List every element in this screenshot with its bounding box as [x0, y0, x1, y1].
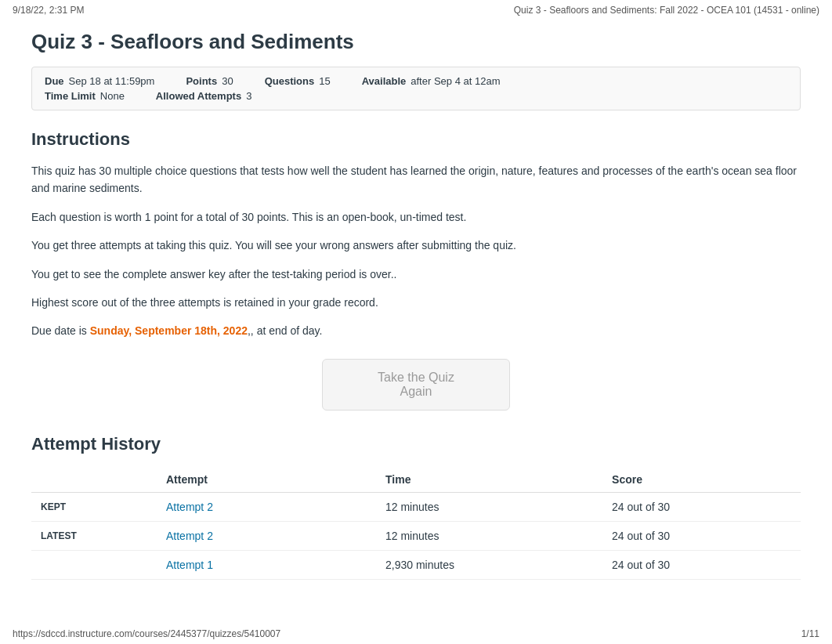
attempt-link[interactable]: Attempt 2	[166, 530, 213, 542]
attempt-score: 24 out of 30	[602, 550, 801, 579]
time-limit-label: Time Limit	[45, 90, 96, 102]
attempt-time: 12 minutes	[376, 492, 602, 521]
attempt-table: Attempt Time Score KEPTAttempt 212 minut…	[31, 467, 801, 580]
questions-label: Questions	[265, 75, 315, 87]
meta-due: Due Sep 18 at 11:59pm	[45, 75, 154, 87]
attempt-link[interactable]: Attempt 2	[166, 501, 213, 513]
meta-questions: Questions 15	[265, 75, 331, 87]
due-label: Due	[45, 75, 64, 87]
allowed-attempts-label: Allowed Attempts	[156, 90, 241, 102]
quiz-meta-row-2: Time Limit None Allowed Attempts 3	[45, 90, 787, 102]
questions-value: 15	[319, 75, 330, 87]
attempt-status: KEPT	[31, 492, 157, 521]
top-bar: 9/18/22, 2:31 PM Quiz 3 - Seafloors and …	[0, 0, 832, 20]
due-date-highlight: Sunday, September 18th, 2022	[90, 324, 248, 337]
attempt-time: 2,930 minutes	[376, 550, 602, 579]
attempt-link-cell: Attempt 1	[157, 550, 376, 579]
meta-available: Available after Sep 4 at 12am	[362, 75, 501, 87]
instructions-para-5: Highest score out of the three attempts …	[31, 294, 801, 311]
meta-points: Points 30	[186, 75, 233, 87]
page-title: Quiz 3 - Seafloors and Sediments: Fall 2…	[514, 5, 819, 16]
meta-time-limit: Time Limit None	[45, 90, 125, 102]
main-content: Quiz 3 - Seafloors and Sediments Due Sep…	[0, 20, 832, 611]
pagination: 1/11	[801, 628, 819, 639]
due-date-suffix: ,, at end of day.	[248, 324, 322, 337]
instructions-para-4: You get to see the complete answer key a…	[31, 266, 801, 283]
available-label: Available	[362, 75, 407, 87]
table-row: Attempt 12,930 minutes24 out of 30	[31, 550, 801, 579]
take-quiz-container: Take the Quiz Again	[31, 359, 801, 411]
due-value: Sep 18 at 11:59pm	[69, 75, 155, 87]
quiz-title: Quiz 3 - Seafloors and Sediments	[31, 30, 801, 54]
table-header-row: Attempt Time Score	[31, 467, 801, 493]
attempt-link-cell: Attempt 2	[157, 492, 376, 521]
instructions-para-3: You get three attempts at taking this qu…	[31, 237, 801, 254]
col-header-attempt: Attempt	[157, 467, 376, 493]
instructions-title: Instructions	[31, 129, 801, 150]
col-header-score: Score	[602, 467, 801, 493]
col-header-time: Time	[376, 467, 602, 493]
quiz-meta: Due Sep 18 at 11:59pm Points 30 Question…	[31, 67, 801, 110]
quiz-meta-row-1: Due Sep 18 at 11:59pm Points 30 Question…	[45, 75, 787, 87]
due-date-line: Due date is Sunday, September 18th, 2022…	[31, 322, 801, 339]
attempt-score: 24 out of 30	[602, 492, 801, 521]
page-url: https://sdccd.instructure.com/courses/24…	[13, 628, 280, 639]
attempt-status	[31, 550, 157, 579]
attempt-link[interactable]: Attempt 1	[166, 559, 213, 571]
attempt-history-title: Attempt History	[31, 434, 801, 454]
available-value: after Sep 4 at 12am	[411, 75, 500, 87]
allowed-attempts-value: 3	[246, 90, 251, 102]
attempt-time: 12 minutes	[376, 521, 602, 550]
instructions-para-1: This quiz has 30 multiple choice questio…	[31, 162, 801, 197]
attempt-status: LATEST	[31, 521, 157, 550]
points-value: 30	[222, 75, 233, 87]
table-row: KEPTAttempt 212 minutes24 out of 30	[31, 492, 801, 521]
attempt-score: 24 out of 30	[602, 521, 801, 550]
col-header-status	[31, 467, 157, 493]
timestamp: 9/18/22, 2:31 PM	[13, 5, 84, 16]
instructions-para-2: Each question is worth 1 point for a tot…	[31, 208, 801, 226]
table-row: LATESTAttempt 212 minutes24 out of 30	[31, 521, 801, 550]
take-quiz-button[interactable]: Take the Quiz Again	[322, 359, 510, 411]
meta-allowed-attempts: Allowed Attempts 3	[156, 90, 252, 102]
due-date-prefix: Due date is	[31, 324, 90, 337]
bottom-bar: https://sdccd.instructure.com/courses/24…	[0, 624, 832, 644]
attempt-link-cell: Attempt 2	[157, 521, 376, 550]
points-label: Points	[186, 75, 217, 87]
time-limit-value: None	[100, 90, 125, 102]
